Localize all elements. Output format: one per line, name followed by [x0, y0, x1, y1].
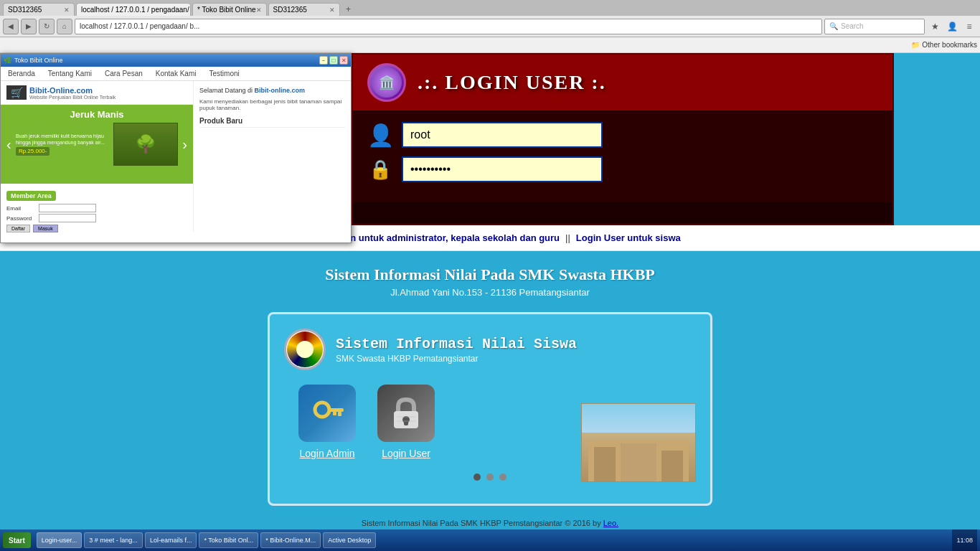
taskbar-item-5[interactable]: * Bibit-Online.M...	[260, 532, 321, 548]
tab-label-3: * Toko Bibit Online	[197, 6, 256, 14]
bibit-title-text: Toko Bibit Online	[14, 57, 318, 64]
login-user-window: 🏛️ .:. LOGIN USER :. 👤 🔒	[352, 53, 894, 225]
password-row: 🔒	[367, 156, 878, 182]
slider-price: Rp.25.000-	[16, 147, 50, 156]
bibit-minimize-button[interactable]: −	[319, 56, 328, 65]
tab-close-3[interactable]: ✕	[256, 6, 262, 14]
user-icon[interactable]: 👤	[944, 19, 960, 34]
key-icon	[309, 395, 345, 431]
produk-baru-label: Produk Baru	[199, 117, 345, 128]
member-area: Member Area Email Password Daftar	[1, 184, 193, 237]
browser-tab-4[interactable]: SD312365 ✕	[268, 3, 340, 16]
svg-rect-3	[333, 412, 336, 415]
bibit-logo-sub: Website Penjualan Bibit Online Terbaik	[29, 95, 116, 100]
bibit-body: 🛒 Bibit-Online.com Website Penjualan Bib…	[1, 81, 351, 232]
nav-separator: ||	[565, 232, 570, 243]
taskbar-item-4[interactable]: * Toko Bibit Onl...	[199, 532, 258, 548]
browser-chrome: SD312365 ✕ localhost / 127.0.0.1 / penga…	[0, 0, 980, 53]
start-button[interactable]: Start	[3, 532, 31, 548]
building-structure	[582, 433, 695, 482]
browser-tab-2[interactable]: localhost / 127.0.0.1 / pengadaan/ b... …	[76, 3, 191, 16]
nav-testimoni[interactable]: Testimoni	[209, 70, 239, 77]
address-bar[interactable]: localhost / 127.0.0.1 / pengadaan/ b...	[75, 19, 822, 34]
bibit-right-panel: Selamat Datang di Bibit-online.com Kami …	[193, 81, 351, 232]
password-input-bibit[interactable]	[39, 214, 96, 222]
tab-close-1[interactable]: ✕	[64, 6, 70, 14]
login-admin-icon-button[interactable]	[298, 385, 356, 442]
login-user-group: Login User	[377, 385, 435, 459]
login-admin-group: Login Admin	[298, 385, 356, 459]
tab-close-4[interactable]: ✕	[329, 6, 335, 14]
taskbar-time: 11:08	[956, 537, 973, 544]
lock-big-icon	[388, 395, 424, 431]
login-user-icon-button[interactable]	[377, 385, 435, 442]
dot-1[interactable]	[473, 474, 481, 481]
welcome-text: Selamat Datang di	[199, 87, 253, 94]
taskbar-item-1[interactable]: Login-user...	[37, 532, 83, 548]
footer-link[interactable]: Leo.	[603, 519, 618, 527]
school-logo-circle: 🏛️	[367, 63, 406, 102]
main-card: Sistem Informasi Nilai Siswa SMK Swasta …	[268, 312, 712, 506]
folder-icon: 📁	[911, 41, 920, 49]
taskbar-item-3[interactable]: Lol-eamails f...	[145, 532, 197, 548]
login-form: 👤 🔒	[353, 110, 892, 202]
bookmark-star-icon[interactable]: ★	[927, 19, 943, 34]
system-address: Jl.Ahmad Yani No.153 - 21136 Pematangsia…	[0, 287, 980, 298]
password-input[interactable]	[402, 156, 603, 182]
slider-next-arrow[interactable]: ›	[182, 136, 187, 153]
browser-tab-1[interactable]: SD312365 ✕	[3, 3, 75, 16]
main-content: Login Admin untuk administrator, kepala …	[0, 225, 980, 551]
login-user-label[interactable]: Login User	[382, 448, 430, 459]
home-button[interactable]: ⌂	[57, 19, 72, 34]
nav-kontak[interactable]: Kontak Kami	[156, 70, 197, 77]
username-input[interactable]	[402, 122, 603, 148]
back-button[interactable]: ◀	[3, 19, 19, 34]
tab-label-4: SD312365	[273, 6, 307, 14]
bibit-logo-text: Bibit-Online.com	[29, 86, 116, 95]
slider-title: Jeruk Manis	[1, 105, 193, 120]
svg-point-0	[315, 402, 329, 417]
taskbar-item-6[interactable]: Active Desktop	[323, 532, 376, 548]
bibit-close-button[interactable]: ✕	[339, 56, 348, 65]
search-bar[interactable]: 🔍 Search	[824, 19, 925, 34]
person-icon: 👤	[367, 122, 393, 148]
bibit-window: 🌿 Toko Bibit Online − □ ✕ Beranda Tentan…	[0, 53, 352, 243]
bibit-welcome: Selamat Datang di Bibit-online.com	[199, 87, 345, 94]
nav-tentang[interactable]: Tentang Kami	[48, 70, 92, 77]
tab-label-2: localhost / 127.0.0.1 / pengadaan/ b...	[81, 6, 191, 14]
bibit-favicon: 🌿	[4, 57, 11, 64]
taskbar: Start Login-user... 3 # meet - lang... L…	[0, 529, 980, 551]
footer-text: Sistem Informasi Nilai Pada SMK HKBP Pem…	[362, 519, 601, 527]
sky-area	[582, 404, 695, 433]
taskbar-item-2[interactable]: 3 # meet - lang...	[84, 532, 143, 548]
dot-3[interactable]	[499, 474, 507, 481]
nav-beranda[interactable]: Beranda	[8, 70, 35, 77]
browser-toolbar: ◀ ▶ ↻ ⌂ localhost / 127.0.0.1 / pengadaa…	[0, 16, 980, 37]
bibit-nav: Beranda Tentang Kami Cara Pesan Kontak K…	[1, 67, 351, 81]
bibit-slider: Jeruk Manis ‹ Buah jeruk memiliki kulit …	[1, 105, 193, 184]
daftar-button[interactable]: Daftar	[6, 225, 30, 232]
dot-2[interactable]	[486, 474, 494, 481]
browser-tab-3[interactable]: * Toko Bibit Online ✕	[192, 3, 267, 16]
nav-cara-pesan[interactable]: Cara Pesan	[105, 70, 143, 77]
building-shape	[588, 440, 689, 482]
bibit-left-panel: 🛒 Bibit-Online.com Website Penjualan Bib…	[1, 81, 193, 232]
email-label: Email	[6, 205, 39, 212]
other-bookmarks[interactable]: 📁 Other bookmarks	[911, 41, 977, 49]
new-tab-button[interactable]: +	[341, 3, 356, 16]
cart-icon: 🛒	[6, 85, 27, 100]
card-title-area: Sistem Informasi Nilai Siswa SMK Swasta …	[336, 336, 577, 364]
nav-user-link[interactable]: Login User untuk siswa	[576, 232, 681, 243]
masuk-button[interactable]: Masuk	[33, 225, 58, 232]
forward-button[interactable]: ▶	[21, 19, 37, 34]
bibit-maximize-button[interactable]: □	[329, 56, 338, 65]
settings-icon[interactable]: ≡	[961, 19, 977, 34]
card-header: Sistem Informasi Nilai Siswa SMK Swasta …	[284, 329, 696, 370]
slider-image: 🌳	[113, 123, 178, 166]
school-emblem	[284, 329, 326, 370]
email-input[interactable]	[39, 204, 96, 212]
slider-prev-arrow[interactable]: ‹	[6, 136, 11, 153]
login-admin-label[interactable]: Login Admin	[299, 448, 354, 459]
school-building-image	[581, 403, 696, 482]
refresh-button[interactable]: ↻	[39, 19, 55, 34]
